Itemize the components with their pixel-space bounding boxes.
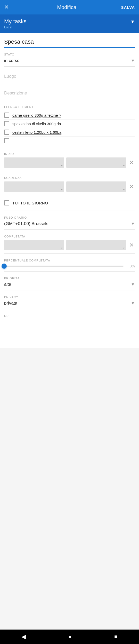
privacy-text: privata [4,301,17,306]
url-label: URL [4,314,135,317]
inizio-label: INIZIO [4,152,135,155]
close-button[interactable]: ✕ [4,4,12,11]
save-button[interactable]: SALVA [121,5,135,10]
list-item-checkbox-3[interactable] [4,130,9,135]
list-item-empty[interactable] [4,137,135,145]
scadenza-label: SCADENZA [4,176,135,179]
fuso-text: (GMT+01:00) Brussels [4,221,48,226]
privacy-value[interactable]: privata ▼ [4,300,135,307]
elenco-label: ELENCO ELEMENTI [4,105,135,108]
slider-row: 0% [4,264,135,268]
slider-value: 0% [127,264,135,268]
scadenza-time-box[interactable] [66,181,126,192]
descrizione-section: Descrizione [4,83,135,100]
fuso-section: FUSO ORARIO (GMT+01:00) Brussels ▼ [4,211,135,230]
inizio-row: ✕ [4,157,135,168]
fuso-dropdown-icon[interactable]: ▼ [131,221,135,226]
tutto-checkbox[interactable] [4,200,9,205]
calendar-header-left: My tasks Local [4,18,27,29]
fuso-value[interactable]: (GMT+01:00) Brussels ▼ [4,220,135,227]
task-title-input[interactable] [4,38,135,45]
tutto-section[interactable]: TUTTO IL GIORNO [4,195,135,211]
home-button[interactable]: ● [66,631,74,642]
inizio-date-box[interactable] [4,157,64,168]
stato-label: STATO [4,53,135,56]
calendar-title: My tasks [4,18,27,25]
list-item[interactable]: carne girello 300g a fettine × [4,111,135,120]
list-item-text-3: cestelli letto 1.20Lu x 1.60La [12,130,135,134]
stato-value[interactable]: in corso ▼ [4,57,135,64]
list-item-text-2: spezzatino di vitello 300g da [12,122,135,126]
priorita-section: PRIORITÀ alta ▼ [4,272,135,290]
luogo-section: Luogo [4,67,135,83]
scadenza-clear-button[interactable]: ✕ [128,182,135,191]
list-item-text-1: carne girello 300g a fettine × [12,113,135,117]
form-area: STATO in corso ▼ Luogo Descrizione ELENC… [0,33,139,348]
stato-section: STATO in corso ▼ [4,48,135,67]
priorita-dropdown-icon[interactable]: ▼ [131,282,135,287]
calendar-subtitle: Local [4,25,27,29]
list-item-empty-line [12,141,135,141]
priorita-text: alta [4,282,11,287]
completata-clear-button[interactable]: ✕ [128,241,135,250]
bottom-nav: ◀ ● ■ [0,630,139,644]
scadenza-row: ✕ [4,181,135,192]
inizio-clear-button[interactable]: ✕ [128,158,135,167]
slider-thumb[interactable] [2,264,7,269]
inizio-section: INIZIO ✕ [4,147,135,171]
fuso-label: FUSO ORARIO [4,216,135,219]
url-section: URL [4,309,135,330]
list-item-checkbox-4[interactable] [4,138,9,143]
stato-text: in corso [4,58,20,63]
scadenza-date-box[interactable] [4,181,64,192]
privacy-dropdown-icon[interactable]: ▼ [131,301,135,306]
completata-section: COMPLETATA ✕ [4,230,135,254]
list-item[interactable]: cestelli letto 1.20Lu x 1.60La [4,128,135,137]
top-bar: ✕ Modifica SALVA [0,0,139,14]
percentuale-section: PERCENTUALE COMPLETATA 0% [4,254,135,272]
completata-row: ✕ [4,240,135,250]
completata-time-box[interactable] [66,240,126,250]
list-item-checkbox-2[interactable] [4,121,9,126]
calendar-header[interactable]: My tasks Local ▼ [0,14,139,33]
completata-date-box[interactable] [4,240,64,250]
completata-label: COMPLETATA [4,235,135,238]
calendar-dropdown-icon[interactable]: ▼ [130,19,135,25]
luogo-placeholder[interactable]: Luogo [4,72,135,81]
descrizione-placeholder[interactable]: Descrizione [4,89,135,98]
page-title: Modifica [12,4,121,10]
percentuale-label: PERCENTUALE COMPLETATA [4,259,135,262]
scadenza-section: SCADENZA ✕ [4,171,135,195]
list-item[interactable]: spezzatino di vitello 300g da [4,120,135,128]
inizio-time-box[interactable] [66,157,126,168]
task-title-section [4,33,135,48]
list-item-checkbox-1[interactable] [4,113,9,118]
priorita-value[interactable]: alta ▼ [4,281,135,288]
stato-dropdown-icon[interactable]: ▼ [131,58,135,63]
privacy-label: PRIVACY [4,296,135,299]
tutto-label: TUTTO IL GIORNO [12,201,48,205]
recents-button[interactable]: ■ [112,631,120,642]
url-input[interactable] [4,319,135,328]
privacy-section: PRIVACY privata ▼ [4,290,135,309]
slider-track[interactable] [4,266,124,267]
priorita-label: PRIORITÀ [4,277,135,280]
elenco-section: ELENCO ELEMENTI carne girello 300g a fet… [4,100,135,147]
back-button[interactable]: ◀ [19,631,28,642]
